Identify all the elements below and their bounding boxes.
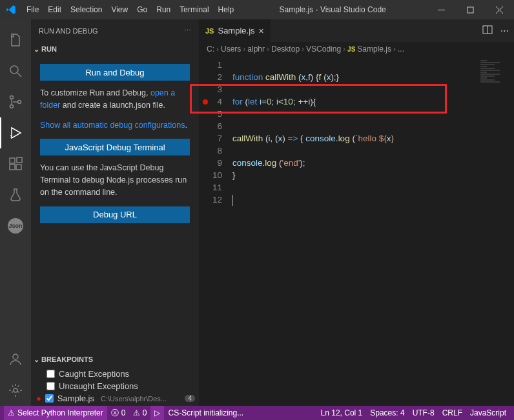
warning-icon: ⚠	[8, 408, 15, 417]
breakpoint-path: C:\Users\alphr\Des...	[101, 395, 181, 403]
debug-play-icon: ▷	[154, 408, 160, 417]
sidebar-title: RUN AND DEBUG	[39, 27, 98, 35]
encoding-status[interactable]: UTF-8	[409, 406, 438, 420]
problems-status[interactable]: ⓧ0 ⚠0	[107, 406, 151, 420]
more-icon[interactable]: ⋯	[184, 26, 191, 35]
menu-run[interactable]: Run	[152, 0, 175, 19]
svg-point-4	[18, 101, 21, 104]
minimap[interactable]	[480, 59, 506, 188]
svg-rect-9	[17, 157, 22, 163]
menu-file[interactable]: File	[22, 0, 43, 19]
warning-count-icon: ⚠	[133, 408, 140, 417]
uncaught-exceptions-label: Uncaught Exceptions	[59, 381, 138, 391]
error-icon: ⓧ	[111, 408, 119, 419]
breakpoints-header[interactable]: ⌄ BREAKPOINTS	[31, 352, 199, 366]
svg-rect-0	[468, 7, 473, 13]
debug-url-button[interactable]: Debug URL	[40, 206, 190, 223]
search-icon[interactable]	[0, 55, 31, 86]
breadcrumb-separator: ›	[343, 45, 345, 54]
minimize-button[interactable]	[427, 0, 456, 19]
svg-point-2	[10, 96, 14, 99]
breadcrumb-separator: ›	[393, 45, 396, 54]
breakpoints-label: BREAKPOINTS	[41, 355, 93, 363]
breadcrumb-item[interactable]: ...	[398, 45, 404, 54]
run-section-header[interactable]: ⌄ RUN	[31, 42, 199, 56]
breadcrumb-separator: ›	[243, 45, 245, 54]
menu-edit[interactable]: Edit	[43, 0, 66, 19]
eol-status[interactable]: CRLF	[438, 406, 466, 420]
svg-point-10	[13, 354, 18, 359]
testing-icon[interactable]	[0, 179, 31, 210]
chevron-down-icon: ⌄	[34, 355, 39, 364]
python-interpreter-warning[interactable]: ⚠ Select Python Interpreter	[4, 406, 107, 420]
tab-sample-js[interactable]: JS Sample.js ×	[199, 19, 271, 42]
editor-tabs: JS Sample.js × ⋯	[199, 19, 514, 42]
more-actions-icon[interactable]: ⋯	[500, 26, 509, 35]
breakpoint-dot[interactable]	[203, 99, 208, 105]
run-and-debug-button[interactable]: Run and Debug	[40, 64, 190, 81]
svg-rect-8	[16, 165, 21, 170]
jsdt-description: You can use the JavaScript Debug Termina…	[40, 162, 190, 198]
svg-rect-7	[10, 165, 15, 170]
uncaught-exceptions-row[interactable]: Uncaught Exceptions	[32, 380, 198, 392]
menu-selection[interactable]: Selection	[66, 0, 107, 19]
breakpoint-line-badge: 4	[185, 395, 195, 402]
breadcrumb[interactable]: C:›Users›alphr›Desktop›VSCoding›JS Sampl…	[199, 42, 514, 56]
menu-terminal[interactable]: Terminal	[175, 0, 213, 19]
chevron-down-icon: ⌄	[34, 45, 39, 54]
code-editor[interactable]: 123456789101112 function callWith (x,f) …	[199, 56, 514, 406]
line-number-gutter: 123456789101112	[199, 59, 232, 406]
debug-launch[interactable]: ▷	[150, 406, 164, 420]
breadcrumb-item[interactable]: Desktop	[271, 45, 300, 54]
breadcrumb-item[interactable]: alphr	[247, 45, 265, 54]
menu-go[interactable]: Go	[132, 0, 152, 19]
accounts-icon[interactable]	[0, 344, 31, 375]
show-auto-debug-link[interactable]: Show all automatic debug configurations	[40, 121, 185, 130]
breadcrumb-item[interactable]: VSCoding	[306, 45, 341, 54]
window-controls	[427, 0, 514, 19]
uncaught-exceptions-checkbox[interactable]	[46, 382, 55, 390]
vscode-logo-icon	[0, 5, 22, 15]
explorer-icon[interactable]	[0, 25, 31, 55]
cs-script-status[interactable]: CS-Script initializing...	[164, 406, 247, 420]
maximize-button[interactable]	[456, 0, 485, 19]
svg-point-1	[10, 66, 18, 74]
menu-view[interactable]: View	[107, 0, 132, 19]
close-button[interactable]	[485, 0, 514, 19]
editor-area: JS Sample.js × ⋯ C:›Users›alphr›Desktop›…	[199, 19, 514, 406]
language-mode[interactable]: JavaScript	[466, 406, 510, 420]
caught-exceptions-checkbox[interactable]	[46, 370, 55, 378]
sidebar-header: RUN AND DEBUG ⋯	[31, 19, 199, 42]
breadcrumb-item[interactable]: Users	[221, 45, 241, 54]
json-icon[interactable]: Json	[8, 218, 23, 234]
titlebar: FileEditSelectionViewGoRunTerminalHelp S…	[0, 0, 514, 19]
tab-label: Sample.js	[218, 26, 254, 35]
cursor-position[interactable]: Ln 12, Col 1	[317, 406, 367, 420]
breadcrumb-separator: ›	[302, 45, 304, 54]
run-label: RUN	[41, 45, 57, 53]
breadcrumb-item[interactable]: C:	[207, 45, 214, 54]
code-content[interactable]: function callWith (x,f) {f (x);}for (let…	[232, 59, 514, 406]
menu-help[interactable]: Help	[214, 0, 239, 19]
breadcrumb-separator: ›	[267, 45, 269, 54]
close-tab-icon[interactable]: ×	[259, 26, 264, 36]
status-bar: ⚠ Select Python Interpreter ⓧ0 ⚠0 ▷ CS-S…	[0, 406, 514, 420]
run-debug-icon[interactable]	[0, 117, 31, 148]
window-title: Sample.js - Visual Studio Code	[238, 5, 427, 14]
split-editor-icon[interactable]	[482, 25, 493, 37]
breadcrumb-item[interactable]: Sample.js	[357, 45, 391, 54]
breakpoint-file-row[interactable]: ● Sample.js C:\Users\alphr\Des... 4	[32, 392, 198, 405]
settings-gear-icon[interactable]	[0, 375, 31, 406]
source-control-icon[interactable]	[0, 86, 31, 117]
caught-exceptions-row[interactable]: Caught Exceptions	[32, 368, 198, 380]
extensions-icon[interactable]	[0, 148, 31, 179]
js-file-icon: JS	[205, 27, 214, 35]
activity-bar: Json	[0, 19, 31, 406]
breakpoint-file: Sample.js	[57, 394, 94, 403]
svg-point-11	[14, 388, 17, 392]
indentation-status[interactable]: Spaces: 4	[366, 406, 408, 420]
js-debug-terminal-button[interactable]: JavaScript Debug Terminal	[40, 139, 190, 155]
breakpoint-checkbox[interactable]	[45, 394, 54, 403]
main-menu: FileEditSelectionViewGoRunTerminalHelp	[22, 0, 238, 19]
caught-exceptions-label: Caught Exceptions	[59, 369, 129, 379]
